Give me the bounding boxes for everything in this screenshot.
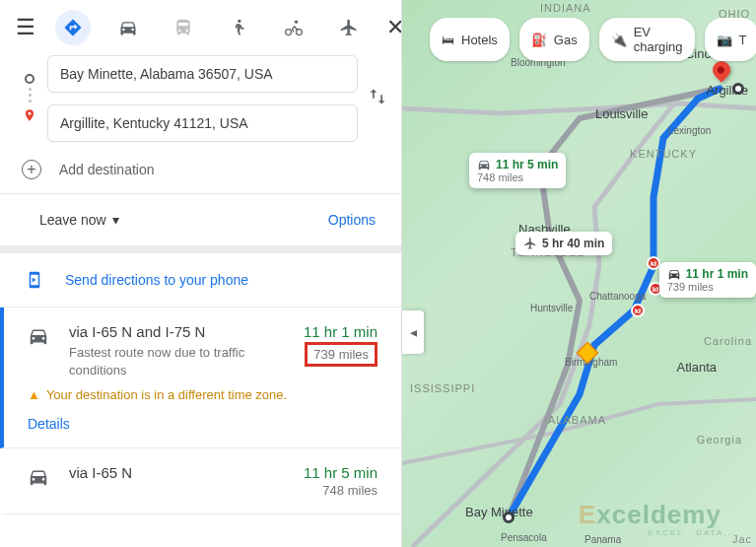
origin-marker[interactable] [503, 512, 515, 523]
add-destination-button[interactable]: + Add destination [0, 146, 401, 193]
details-link[interactable]: Details [28, 416, 378, 432]
ev-icon: 🔌 [611, 33, 627, 47]
city-label: Huntsville [530, 303, 573, 313]
state-label: KENTUCKY [630, 148, 697, 160]
chip-ev[interactable]: 🔌EV charging [599, 18, 695, 61]
chevron-down-icon: ▾ [112, 212, 119, 228]
car-icon [667, 267, 681, 281]
state-label: INDIANA [540, 2, 591, 14]
city-label: Lexington [668, 125, 711, 136]
topbar: ☰ ✕ [0, 0, 401, 55]
route-badge-alt[interactable]: 11 hr 5 min 748 miles [469, 153, 566, 188]
route-subtitle: Fastest route now due to traffic conditi… [69, 344, 284, 379]
departure-row: Leave now ▾ Options [0, 194, 401, 245]
travel-modes [55, 10, 367, 45]
state-label: ALABAMA [548, 414, 606, 426]
gas-icon: ⛽ [531, 33, 547, 47]
city-label: Louisville [595, 106, 648, 121]
mode-transit[interactable] [166, 10, 201, 45]
svg-point-3 [295, 21, 298, 24]
map-search-chips: 🛏Hotels ⛽Gas 🔌EV charging 📷T [430, 18, 756, 61]
car-icon [28, 325, 49, 347]
svg-point-2 [297, 30, 303, 35]
mode-flight[interactable] [331, 10, 367, 45]
route-option-1[interactable]: via I-65 N and I-75 N Fastest route now … [0, 308, 401, 448]
city-label: Atlanta [677, 360, 717, 375]
plus-circle-icon: + [22, 160, 41, 179]
route-time: 11 hr 1 min [304, 323, 378, 340]
svg-point-1 [286, 30, 292, 35]
mode-walk[interactable] [221, 10, 256, 45]
timezone-warning: ▲ Your destination is in a different tim… [28, 387, 378, 402]
directions-sidebar: ☰ ✕ Bay Minette, Alabama 36507, USA Argi… [0, 0, 402, 547]
destination-pin-icon [23, 106, 36, 124]
mode-bike[interactable] [276, 10, 311, 45]
destination-input[interactable]: Argillite, Kentucky 41121, USA [47, 104, 358, 142]
close-icon[interactable]: ✕ [386, 15, 402, 40]
destination-marker[interactable] [732, 83, 744, 95]
city-label: Pensacola [501, 532, 547, 543]
add-destination-label: Add destination [59, 162, 155, 177]
watermark: Exceldemy EXCEL · DATA... [579, 500, 736, 537]
flight-icon [523, 237, 537, 250]
route-distance: 748 miles [304, 483, 378, 498]
car-icon [477, 158, 491, 171]
route-badge-flight[interactable]: 5 hr 40 min [515, 232, 612, 255]
origin-input[interactable]: Bay Minette, Alabama 36507, USA [47, 55, 358, 93]
state-label: Georgia [697, 434, 742, 445]
options-link[interactable]: Options [328, 212, 376, 228]
traffic-incident-icon[interactable]: kł [631, 304, 645, 317]
state-label: ISSISSIPPI [410, 382, 475, 394]
chip-more[interactable]: 📷T [705, 18, 756, 61]
camera-icon: 📷 [717, 33, 732, 47]
leave-now-label: Leave now [39, 212, 106, 228]
send-to-phone-button[interactable]: Send directions to your phone [0, 253, 401, 308]
route-badge-main[interactable]: 11 hr 1 min 739 miles [659, 262, 756, 298]
route-time: 11 hr 5 min [304, 464, 378, 481]
svg-point-0 [238, 20, 241, 23]
departure-time-button[interactable]: Leave now ▾ [39, 212, 119, 228]
phone-send-icon [26, 271, 43, 289]
chevron-left-icon: ◂ [410, 324, 417, 340]
route-distance-highlighted: 739 miles [305, 342, 378, 367]
origin-dot-icon [25, 74, 34, 84]
state-label: Carolina [704, 335, 752, 347]
map-canvas[interactable]: INDIANA OHIO KENTUCKY TENNESSEE ISSISSIP… [402, 0, 756, 547]
collapse-sidebar-button[interactable]: ◂ [402, 310, 424, 354]
menu-icon[interactable]: ☰ [16, 15, 35, 40]
city-label: Bay Minette [465, 505, 533, 519]
chip-hotels[interactable]: 🛏Hotels [430, 18, 510, 61]
route-option-2[interactable]: via I-65 N 11 hr 5 min 748 miles [0, 448, 401, 514]
traffic-incident-icon[interactable]: kł [647, 256, 660, 270]
city-label: Chattanooga [589, 291, 646, 302]
car-icon [28, 466, 49, 488]
send-to-phone-label: Send directions to your phone [65, 272, 248, 288]
mode-car[interactable] [110, 10, 146, 45]
waypoint-indicator [20, 74, 39, 124]
route-title: via I-65 N [69, 464, 284, 481]
route-inputs: Bay Minette, Alabama 36507, USA Argillit… [0, 55, 401, 146]
route-title: via I-65 N and I-75 N [69, 323, 284, 340]
swap-icon[interactable] [368, 87, 387, 110]
bed-icon: 🛏 [442, 33, 454, 47]
mode-best[interactable] [55, 10, 91, 45]
warning-icon: ▲ [28, 387, 40, 402]
divider [0, 245, 401, 253]
chip-gas[interactable]: ⛽Gas [519, 18, 589, 61]
